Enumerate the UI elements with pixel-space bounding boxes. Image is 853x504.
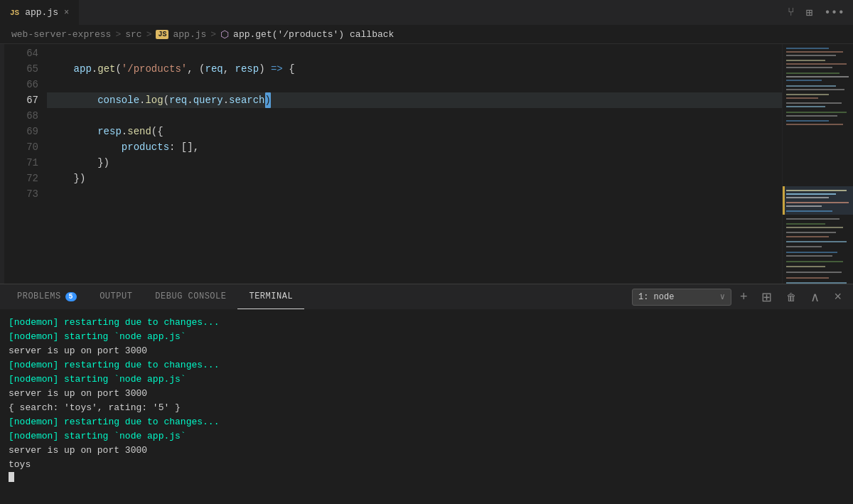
breadcrumb-project[interactable]: web-server-express <box>11 29 111 40</box>
tab-problems-label: PROBLEMS <box>17 291 61 301</box>
split-terminal-button[interactable]: ⊞ <box>756 286 778 308</box>
svg-rect-3 <box>786 60 825 61</box>
svg-rect-1 <box>786 51 843 53</box>
svg-rect-11 <box>786 94 829 95</box>
terminal-line-9: [nodemon] starting `node app.js` <box>9 429 844 444</box>
terminal-line-1: [nodemon] restarting due to changes... <box>9 316 844 330</box>
line-num-68: 68 <box>4 108 38 124</box>
svg-rect-33 <box>786 246 822 247</box>
svg-rect-26 <box>786 210 832 212</box>
panel-tab-controls: 1: node ∨ + ⊞ 🗑 ∧ × <box>632 286 853 308</box>
breadcrumb-file[interactable]: app.js <box>173 29 206 40</box>
terminal-line-3: server is up on port 3000 <box>9 344 844 358</box>
add-terminal-button[interactable]: + <box>734 286 753 307</box>
minimap-svg <box>783 44 853 284</box>
svg-rect-40 <box>786 282 847 284</box>
svg-rect-6 <box>786 73 839 74</box>
svg-rect-31 <box>786 236 829 237</box>
tab-debug-console[interactable]: DEBUG CONSOLE <box>144 284 237 309</box>
code-line-73 <box>47 186 782 202</box>
svg-rect-25 <box>786 205 822 207</box>
breadcrumb-sep3: > <box>210 29 216 40</box>
terminal-selector[interactable]: 1: node ∨ <box>632 289 731 306</box>
terminal-text: [nodemon] starting `node app.js` <box>9 372 186 387</box>
breadcrumb-src[interactable]: src <box>125 29 141 40</box>
terminal-text: [nodemon] restarting due to changes... <box>9 415 219 429</box>
svg-rect-4 <box>786 63 847 65</box>
tab-bar: JS app.js × ⑂ ⊞ ••• <box>0 0 853 26</box>
terminal-cursor <box>9 472 14 482</box>
svg-rect-16 <box>786 115 837 117</box>
tab-debug-label: DEBUG CONSOLE <box>155 291 226 301</box>
terminal-text: [nodemon] restarting due to changes... <box>9 358 219 372</box>
code-line-64 <box>47 45 782 61</box>
tab-app-js[interactable]: JS app.js × <box>0 0 80 25</box>
minimap <box>782 44 853 284</box>
terminal-text: { search: 'toys', rating: '5' } <box>9 401 181 415</box>
svg-rect-30 <box>786 232 836 233</box>
svg-rect-20 <box>783 186 785 215</box>
maximize-panel-button[interactable]: ∧ <box>805 286 825 308</box>
tab-label: app.js <box>25 7 58 18</box>
svg-rect-18 <box>786 124 843 125</box>
line-num-73: 73 <box>4 186 38 202</box>
svg-rect-29 <box>786 227 843 228</box>
tab-terminal[interactable]: TERMINAL <box>237 284 304 309</box>
breadcrumb: web-server-express > src > JS app.js > ⬡… <box>0 26 853 44</box>
terminal-line-2: [nodemon] starting `node app.js` <box>9 330 844 344</box>
close-panel-button[interactable]: × <box>828 286 847 307</box>
panel-tabs: PROBLEMS 5 OUTPUT DEBUG CONSOLE TERMINAL… <box>0 284 853 310</box>
svg-rect-10 <box>786 89 844 90</box>
terminal-line-5: [nodemon] starting `node app.js` <box>9 372 844 387</box>
code-line-71: }) <box>47 155 782 171</box>
breadcrumb-js-badge: JS <box>156 30 168 39</box>
svg-rect-5 <box>786 67 832 68</box>
svg-rect-34 <box>786 252 837 253</box>
breadcrumb-sep2: > <box>146 29 152 40</box>
main-area: 64 65 66 67 68 69 70 71 72 73 app.get('/… <box>0 44 853 284</box>
problems-badge: 5 <box>65 292 77 301</box>
code-line-65: app.get('/products', (req, resp) => { <box>47 61 782 77</box>
terminal-text: [nodemon] restarting due to changes... <box>9 316 219 330</box>
svg-rect-24 <box>786 202 849 203</box>
delete-terminal-button[interactable]: 🗑 <box>780 289 802 306</box>
svg-rect-7 <box>786 76 849 77</box>
tab-bar-left: JS app.js × <box>0 0 80 25</box>
layout-icon[interactable]: ⊞ <box>806 6 813 20</box>
terminal-line-11: toys <box>9 458 844 472</box>
more-actions-icon[interactable]: ••• <box>824 6 844 19</box>
tab-output-label: OUTPUT <box>100 291 132 301</box>
code-line-68 <box>47 108 782 124</box>
svg-rect-15 <box>786 112 847 113</box>
terminal-text: server is up on port 3000 <box>9 344 147 358</box>
svg-rect-28 <box>786 223 825 225</box>
line-num-69: 69 <box>4 124 38 139</box>
breadcrumb-callback[interactable]: app.get('/products') callback <box>233 29 394 40</box>
terminal-select-chevron: ∨ <box>720 291 725 302</box>
svg-rect-35 <box>786 255 832 257</box>
terminal-text: toys <box>9 458 31 472</box>
code-line-67: console.log(req.query.search) <box>47 92 782 108</box>
terminal-text: [nodemon] starting `node app.js` <box>9 330 186 344</box>
line-num-65: 65 <box>4 61 38 77</box>
svg-rect-27 <box>786 218 839 220</box>
split-editor-icon[interactable]: ⑂ <box>788 6 795 19</box>
terminal-content[interactable]: [nodemon] restarting due to changes... [… <box>0 310 853 504</box>
svg-rect-17 <box>786 120 829 122</box>
svg-rect-32 <box>786 241 847 242</box>
terminal-line-4: [nodemon] restarting due to changes... <box>9 358 844 372</box>
svg-rect-13 <box>786 102 842 104</box>
code-content: 64 65 66 67 68 69 70 71 72 73 app.get('/… <box>4 44 853 284</box>
code-lines[interactable]: app.get('/products', (req, resp) => { co… <box>47 44 782 284</box>
tab-output[interactable]: OUTPUT <box>88 284 144 309</box>
svg-rect-23 <box>786 197 829 198</box>
tab-problems[interactable]: PROBLEMS 5 <box>6 284 88 309</box>
breadcrumb-sep1: > <box>115 29 121 40</box>
code-line-72: }) <box>47 171 782 186</box>
line-num-71: 71 <box>4 155 38 171</box>
line-num-67: 67 <box>4 92 38 108</box>
line-numbers: 64 65 66 67 68 69 70 71 72 73 <box>4 44 47 284</box>
tab-terminal-label: TERMINAL <box>249 291 293 301</box>
editor-area[interactable]: 64 65 66 67 68 69 70 71 72 73 app.get('/… <box>4 44 853 284</box>
tab-close-button[interactable]: × <box>64 8 69 18</box>
